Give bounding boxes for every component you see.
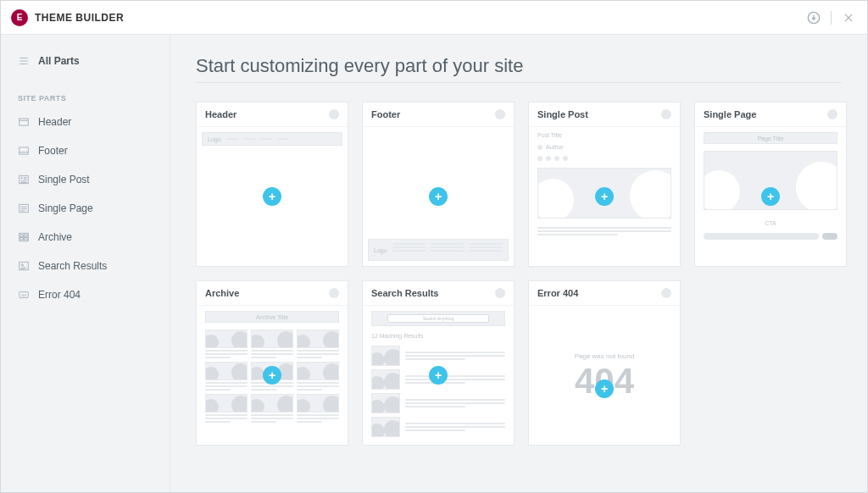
sidebar-item-archive[interactable]: Archive (1, 223, 170, 252)
svg-rect-10 (25, 238, 27, 240)
placeholder-result-count: 12 Maching Results (371, 333, 505, 339)
download-icon[interactable] (805, 9, 822, 26)
sidebar-item-single-post[interactable]: Single Post (1, 165, 170, 194)
card-head: Search Results (363, 281, 514, 306)
card-preview-footer: Logo + (363, 127, 514, 266)
card-title: Footer (371, 109, 400, 119)
card-preview-search-results: Search Anything 12 Maching Results + (363, 306, 514, 445)
sidebar-item-label: Footer (38, 145, 68, 157)
card-preview-single-page: Page Title CTA + (695, 127, 846, 266)
svg-rect-8 (25, 235, 27, 236)
placeholder-archive-title: Archive Title (256, 314, 288, 320)
sidebar-item-label: Single Page (38, 202, 93, 214)
add-icon[interactable]: + (595, 379, 614, 398)
archive-icon (18, 231, 30, 243)
card-footer[interactable]: Footer Logo + (362, 102, 515, 267)
sidebar-all-parts-label: All Parts (38, 55, 80, 67)
add-icon[interactable]: + (429, 366, 448, 385)
app-title: Theme Builder (35, 12, 124, 24)
sidebar-item-label: Header (38, 116, 71, 128)
sidebar-item-error-404[interactable]: 404 Error 404 (1, 280, 170, 309)
card-head: Archive (197, 281, 348, 306)
top-bar-left: E Theme Builder (11, 9, 124, 26)
heading-rule (196, 82, 842, 83)
placeholder-404-msg: Page was not found (575, 352, 635, 360)
card-error-404[interactable]: Error 404 Page was not found 404 + (528, 280, 681, 446)
svg-rect-9 (20, 238, 24, 240)
placeholder-logo: Logo (374, 247, 387, 253)
card-header[interactable]: Header Logo + (196, 102, 348, 267)
page-heading: Start customizing every part of your sit… (196, 55, 842, 77)
sidebar-item-footer[interactable]: Footer (1, 136, 170, 165)
sidebar: All Parts Site Parts Header Footer Singl… (1, 35, 170, 492)
placeholder-post-title: Post Title (537, 132, 671, 138)
error-404-icon: 404 (18, 289, 30, 301)
svg-text:404: 404 (21, 294, 26, 297)
card-head: Error 404 (529, 281, 680, 306)
card-single-post[interactable]: Single Post Post Title Author + (528, 102, 681, 267)
placeholder-page-title: Page Title (757, 136, 783, 141)
placeholder-cta: CTA (704, 220, 837, 226)
all-parts-icon (18, 55, 30, 67)
card-title: Single Post (537, 109, 588, 119)
sidebar-item-search-results[interactable]: Search Results (1, 252, 170, 280)
card-title: Search Results (371, 288, 438, 298)
placeholder-search-label: Search Anything (423, 316, 453, 321)
card-title: Single Page (704, 109, 756, 119)
search-results-icon (18, 260, 30, 272)
info-icon[interactable] (661, 288, 671, 298)
add-icon[interactable]: + (761, 187, 780, 206)
sidebar-item-label: Single Post (38, 174, 90, 186)
card-title: Header (205, 109, 236, 119)
card-archive[interactable]: Archive Archive Title (196, 280, 348, 446)
top-bar: E Theme Builder (1, 1, 867, 35)
placeholder-author: Author (546, 144, 564, 150)
info-icon[interactable] (495, 288, 505, 298)
card-head: Single Page (695, 102, 846, 127)
sidebar-item-label: Error 404 (38, 289, 81, 301)
single-page-icon (18, 202, 30, 214)
card-title: Archive (205, 288, 239, 298)
top-bar-right (805, 9, 857, 26)
info-icon[interactable] (661, 109, 671, 119)
card-head: Footer (363, 102, 514, 127)
svg-rect-2 (19, 147, 29, 154)
add-icon[interactable]: + (263, 366, 281, 385)
sidebar-item-label: Archive (38, 231, 72, 243)
card-single-page[interactable]: Single Page Page Title CTA + (694, 102, 847, 267)
avatar-placeholder (537, 145, 542, 150)
info-icon[interactable] (329, 109, 339, 119)
card-preview-header: Logo + (197, 127, 348, 266)
card-preview-single-post: Post Title Author + (529, 127, 680, 266)
elementor-logo: E (11, 9, 28, 26)
single-post-icon (18, 174, 30, 186)
info-icon[interactable] (827, 109, 837, 119)
card-title: Error 404 (537, 288, 578, 298)
separator (831, 11, 832, 25)
card-grid: Header Logo + Footer (196, 102, 842, 446)
card-head: Single Post (529, 102, 680, 127)
svg-rect-1 (19, 119, 29, 125)
placeholder-logo: Logo (208, 136, 221, 142)
info-icon[interactable] (329, 288, 339, 298)
footer-icon (18, 145, 30, 157)
svg-rect-7 (20, 235, 24, 236)
sidebar-item-header[interactable]: Header (1, 108, 170, 136)
sidebar-item-single-page[interactable]: Single Page (1, 194, 170, 223)
add-icon[interactable]: + (263, 187, 281, 206)
main-area: Start customizing every part of your sit… (170, 35, 867, 492)
info-icon[interactable] (495, 109, 505, 119)
card-search-results[interactable]: Search Results Search Anything 12 Machin… (362, 280, 515, 446)
card-preview-archive: Archive Title + (197, 306, 348, 445)
card-head: Header (197, 102, 348, 127)
add-icon[interactable]: + (595, 187, 614, 206)
sidebar-all-parts[interactable]: All Parts (1, 48, 170, 74)
sidebar-item-label: Search Results (38, 260, 107, 272)
svg-point-4 (21, 177, 23, 179)
card-preview-error-404: Page was not found 404 + (529, 306, 680, 445)
sidebar-section-title: Site Parts (1, 74, 170, 108)
svg-point-12 (21, 264, 23, 266)
close-icon[interactable] (840, 9, 857, 26)
add-icon[interactable]: + (429, 187, 448, 206)
header-icon (18, 116, 30, 128)
